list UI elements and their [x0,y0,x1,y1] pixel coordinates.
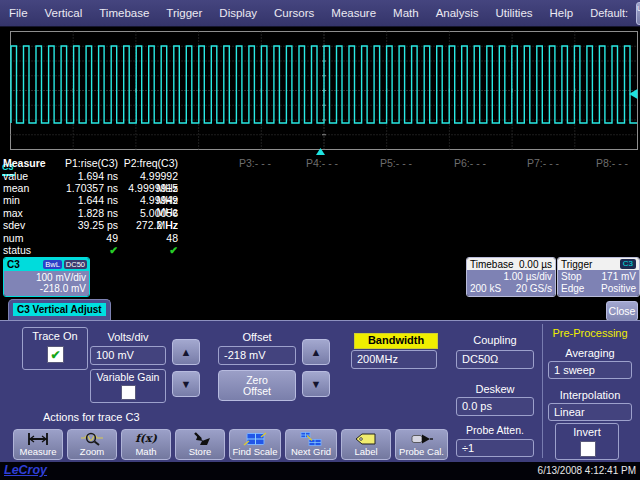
action-label: Store [189,447,212,457]
tab-label: C3 Vertical Adjust [13,303,106,316]
probe-cal-icon [410,431,434,447]
menu-utilities[interactable]: Utilities [495,7,532,19]
c3-descriptor-header: C3 BwL DC50 [4,258,89,271]
action-math-button[interactable]: f(x) Math [121,429,171,460]
lecroy-logo: LeCroy [4,463,47,477]
bandwidth-field[interactable]: 200MHz [351,350,437,369]
coupling-field[interactable]: DC50Ω [456,350,534,369]
offset-up-button[interactable]: ▲ [302,339,330,365]
menu-measure[interactable]: Measure [331,7,376,19]
p2-header[interactable]: P2:freq(C3) [122,157,178,169]
table-row: value 1.694 ns 4.99992 MHz [0,170,640,182]
p2-value: 272.2 Hz [122,219,178,231]
row-label: max [3,207,23,219]
p2-value: 48 [122,232,178,244]
action-find-scale-button[interactable]: Find Scale [229,429,281,460]
p3-header[interactable]: P3:- - - [239,157,271,169]
menu-bar: File Vertical Timebase Trigger Display C… [0,0,640,27]
offset-field[interactable]: -218 mV [218,346,296,365]
volts-div-up-button[interactable]: ▲ [172,339,200,365]
c3-trace [11,46,637,123]
action-label-button[interactable]: Label [341,429,391,460]
next-grid-icon [299,431,323,447]
trigger-descriptor[interactable]: Trigger C3 Stop 171 mV Edge Positive [557,257,640,297]
p8-header[interactable]: P8:- - - [596,157,628,169]
measure-table: Measure P1:rise(C3) P2:freq(C3) P3:- - -… [0,156,640,256]
action-label: Find Scale [233,447,278,457]
menu-trigger[interactable]: Trigger [166,7,202,19]
volts-div-down-button[interactable]: ▼ [172,371,200,397]
store-arrow-icon [188,431,212,447]
action-probe-cal-button[interactable]: Probe Cal. [395,429,448,460]
menu-analysis[interactable]: Analysis [436,7,479,19]
p6-header[interactable]: P6:- - - [454,157,486,169]
timebase-header: Timebase 0.00 µs [467,258,555,270]
action-zoom-button[interactable]: Zoom [67,429,117,460]
deskew-field[interactable]: 0.0 ps [456,397,534,416]
action-next-grid-button[interactable]: Next Grid [285,429,337,460]
c3-volts-per-div: 100 mV/div [4,272,86,283]
tab-c3-vertical-adjust[interactable]: C3 Vertical Adjust [8,299,111,320]
variable-gain-label: Variable Gain [90,371,166,383]
waveform-display: C3 [0,28,640,156]
scope-graticule [0,28,640,156]
trace-on-label: Trace On [22,330,88,342]
volts-div-field[interactable]: 100 mV [90,346,166,365]
coupling-label: Coupling [456,334,534,346]
p5-header[interactable]: P5:- - - [380,157,412,169]
default-setup-label[interactable]: Default: [590,7,628,19]
trigger-level: 171 mV [602,271,636,283]
label-tag-icon [354,431,378,447]
c3-trace-descriptor[interactable]: C3 BwL DC50 100 mV/div -218.0 mV [3,257,90,297]
interpolation-field[interactable]: Linear [548,403,632,421]
row-label: sdev [3,219,25,231]
menu-display[interactable]: Display [219,7,257,19]
invert-checkbox[interactable] [580,441,596,457]
action-label: Label [354,447,377,457]
volts-div-label: Volts/div [90,331,166,343]
menu-file[interactable]: File [9,7,28,19]
trace-on-checkbox[interactable]: ✔ [47,346,64,363]
p2-status-check-icon: ✔ [122,244,178,256]
menu-cursors[interactable]: Cursors [274,7,314,19]
c3-channel-name: C3 [7,259,20,270]
row-label: value [3,170,28,182]
p7-header[interactable]: P7:- - - [527,157,559,169]
averaging-label: Averaging [548,347,632,359]
clock-timestamp: 6/13/2008 4:12:41 PM [538,465,636,476]
action-store-button[interactable]: Store [175,429,225,460]
undo-button[interactable]: Undo ↶ [636,2,640,25]
action-measure-button[interactable]: Measure [13,429,63,460]
p1-value: 1.644 ns [40,194,118,206]
timebase-descriptor[interactable]: Timebase 0.00 µs 1.00 µs/div 200 kS 20 G… [466,257,556,297]
action-label: Next Grid [291,447,331,457]
preprocessing-title: Pre-Processing [546,327,634,339]
table-row: num 49 48 [0,232,640,244]
close-button[interactable]: Close [606,301,638,321]
offset-down-button[interactable]: ▼ [302,371,330,397]
p4-header[interactable]: P4:- - - [306,157,338,169]
timebase-per-div: 1.00 µs/div [470,271,552,283]
averaging-field[interactable]: 1 sweep [548,361,632,379]
offset-label: Offset [218,331,296,343]
p1-header[interactable]: P1:rise(C3) [40,157,118,169]
zero-offset-button[interactable]: Zero Offset [218,370,296,401]
probe-atten-label: Probe Atten. [456,424,534,436]
trigger-slope: Positive [601,283,636,295]
menu-help[interactable]: Help [550,7,574,19]
variable-gain-checkbox[interactable] [121,385,136,400]
menu-vertical[interactable]: Vertical [45,7,83,19]
probe-atten-field[interactable]: ÷1 [456,439,534,457]
measure-header-row: Measure P1:rise(C3) P2:freq(C3) P3:- - -… [0,157,640,169]
bandwidth-label[interactable]: Bandwidth [354,333,438,349]
table-row: sdev 39.25 ps 272.2 Hz [0,219,640,231]
table-row-status: status ✔ ✔ [0,244,640,256]
measure-caliper-icon [26,431,50,447]
menu-timebase[interactable]: Timebase [99,7,149,19]
trigger-title: Trigger [561,259,592,270]
menu-math[interactable]: Math [393,7,419,19]
p1-value: 39.25 ps [40,219,118,231]
timebase-body: 1.00 µs/div 200 kS 20 GS/s [467,270,555,297]
action-label: Measure [20,447,57,457]
zero-offset-label: Zero Offset [235,375,279,397]
